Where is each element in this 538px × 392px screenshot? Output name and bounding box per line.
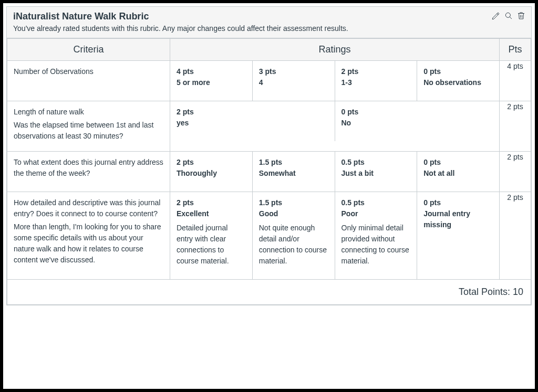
rating-pts: 1.5 pts <box>259 157 328 168</box>
criterion-cell: How detailed and descriptive was this jo… <box>7 192 170 280</box>
magnifier-icon[interactable] <box>504 11 513 23</box>
criterion-title: To what extent does this journal entry a… <box>14 157 163 179</box>
header-pts: Pts <box>500 39 531 61</box>
rating-cell[interactable]: 1.5 ptsSomewhat <box>253 152 335 192</box>
criterion-cell: Length of nature walkWas the elapsed tim… <box>7 101 170 152</box>
rating-label: 5 or more <box>177 77 246 88</box>
header-criteria: Criteria <box>7 39 170 61</box>
rating-cell[interactable]: 0 ptsNo observations <box>417 61 499 101</box>
rating-pts: 0 pts <box>423 197 493 208</box>
total-points: Total Points: 10 <box>7 280 531 305</box>
rubric-table: Criteria Ratings Pts Number of Observati… <box>7 38 531 305</box>
rating-cell[interactable]: 2 ptsThoroughly <box>170 152 253 192</box>
trash-icon[interactable] <box>516 11 526 23</box>
rating-cell[interactable]: 0.5 ptsJust a bit <box>335 152 418 192</box>
rating-desc: Only minimal detail provided without con… <box>342 223 411 267</box>
criterion-row: To what extent does this journal entry a… <box>7 152 531 192</box>
rating-pts: 3 pts <box>259 66 328 77</box>
ratings-wrap: 4 pts5 or more3 pts42 pts1-30 ptsNo obse… <box>170 61 499 101</box>
rating-pts: 0 pts <box>342 107 493 118</box>
criterion-title: How detailed and descriptive was this jo… <box>14 197 163 219</box>
ratings-cell: 4 pts5 or more3 pts42 pts1-30 ptsNo obse… <box>170 61 500 101</box>
rubric-container: iNaturalist Nature Walk Rubric You've al… <box>6 6 532 305</box>
rating-label: No observations <box>423 77 493 88</box>
rating-pts: 2 pts <box>177 107 328 118</box>
rating-cell[interactable]: 2 ptsExcellentDetailed journal entry wit… <box>170 192 253 279</box>
table-header-row: Criteria Ratings Pts <box>7 39 531 61</box>
criterion-pts: 4 pts <box>500 61 531 101</box>
rating-cell[interactable]: 2 ptsyes <box>170 101 335 141</box>
rubric-subtitle: You've already rated students with this … <box>13 24 525 33</box>
criterion-row: How detailed and descriptive was this jo… <box>7 192 531 280</box>
rating-cell[interactable]: 1.5 ptsGoodNot quite enough detail and/o… <box>253 192 335 279</box>
criterion-title: Length of nature walk <box>14 107 163 118</box>
rating-label: 4 <box>259 77 328 88</box>
rubric-header: iNaturalist Nature Walk Rubric You've al… <box>7 7 531 38</box>
rating-label: Just a bit <box>342 168 411 179</box>
rating-cell[interactable]: 0 ptsNot at all <box>417 152 499 192</box>
pencil-icon[interactable] <box>491 11 501 23</box>
rating-pts: 2 pts <box>177 157 246 168</box>
criterion-detail: More than length, I'm looking for you to… <box>14 221 163 266</box>
total-row: Total Points: 10 <box>7 280 531 305</box>
rating-cell[interactable]: 2 pts1-3 <box>335 61 418 101</box>
criterion-pts: 2 pts <box>500 152 531 192</box>
header-icons <box>491 11 526 23</box>
ratings-wrap: 2 ptsyes0 ptsNo <box>170 101 499 141</box>
rating-label: 1-3 <box>342 77 411 88</box>
header-ratings: Ratings <box>170 39 500 61</box>
criterion-row: Number of Observations4 pts5 or more3 pt… <box>7 61 531 101</box>
rating-label: Somewhat <box>259 168 328 179</box>
rating-cell[interactable]: 0.5 ptsPoorOnly minimal detail provided … <box>335 192 418 279</box>
rating-pts: 0.5 pts <box>342 197 411 208</box>
rating-label: Good <box>259 208 328 219</box>
rating-label: Thoroughly <box>177 168 246 179</box>
criterion-pts: 2 pts <box>500 192 531 280</box>
rubric-title: iNaturalist Nature Walk Rubric <box>13 11 525 22</box>
rating-pts: 2 pts <box>177 197 246 208</box>
rating-label: Not at all <box>423 168 493 179</box>
rating-cell[interactable]: 4 pts5 or more <box>170 61 253 101</box>
rating-pts: 1.5 pts <box>259 197 328 208</box>
ratings-wrap: 2 ptsExcellentDetailed journal entry wit… <box>170 192 499 279</box>
rating-pts: 4 pts <box>177 66 246 77</box>
criterion-detail: Was the elapsed time between 1st and las… <box>14 120 163 142</box>
rating-label: yes <box>177 118 328 129</box>
rating-cell[interactable]: 0 ptsNo <box>335 101 500 141</box>
ratings-cell: 2 ptsyes0 ptsNo <box>170 101 500 152</box>
ratings-wrap: 2 ptsThoroughly1.5 ptsSomewhat0.5 ptsJus… <box>170 152 499 192</box>
rating-pts: 2 pts <box>342 66 411 77</box>
rating-pts: 0.5 pts <box>342 157 411 168</box>
criterion-title: Number of Observations <box>14 66 163 77</box>
ratings-cell: 2 ptsExcellentDetailed journal entry wit… <box>170 192 500 280</box>
rating-label: Journal entry missing <box>423 208 493 230</box>
rating-label: No <box>342 118 493 129</box>
rating-desc: Not quite enough detail and/or connectio… <box>259 223 328 267</box>
rating-label: Excellent <box>177 208 246 219</box>
criterion-cell: Number of Observations <box>7 61 170 101</box>
rating-cell[interactable]: 0 ptsJournal entry missing <box>417 192 499 279</box>
svg-point-0 <box>505 13 510 17</box>
criterion-cell: To what extent does this journal entry a… <box>7 152 170 192</box>
rating-desc: Detailed journal entry with clear connec… <box>177 223 246 267</box>
criterion-row: Length of nature walkWas the elapsed tim… <box>7 101 531 152</box>
rating-pts: 0 pts <box>423 66 493 77</box>
criterion-pts: 2 pts <box>500 101 531 152</box>
rating-label: Poor <box>342 208 411 219</box>
ratings-cell: 2 ptsThoroughly1.5 ptsSomewhat0.5 ptsJus… <box>170 152 500 192</box>
rating-pts: 0 pts <box>423 157 493 168</box>
rating-cell[interactable]: 3 pts4 <box>253 61 335 101</box>
